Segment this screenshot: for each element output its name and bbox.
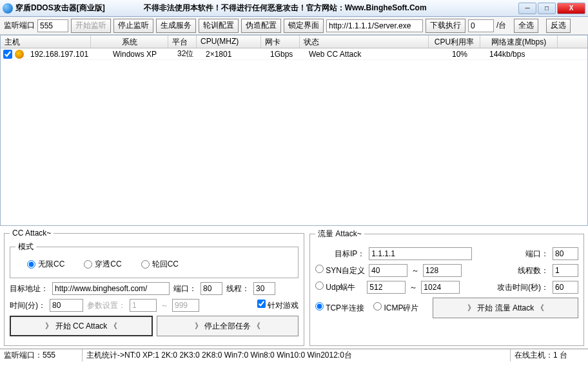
col-stat[interactable]: 状态	[300, 36, 429, 48]
atime-input[interactable]	[553, 281, 578, 294]
cc-time-label: 时间(分)：	[10, 300, 46, 311]
col-sys[interactable]: 系统	[91, 36, 168, 48]
syn2-input[interactable]	[423, 264, 462, 277]
udp-radio[interactable]: Udp蜗牛	[315, 281, 355, 293]
icmp-radio[interactable]: ICMP碎片	[373, 302, 418, 314]
cell-speed: 144kb/bps	[485, 49, 563, 59]
mode-unlimited[interactable]: 无限CC	[27, 259, 64, 270]
gen-service-button[interactable]: 生成服务	[156, 19, 196, 33]
listen-port-input[interactable]	[37, 19, 68, 32]
status-mid: 主机统计->NT:0 XP:1 2K:0 2K3:0 2K8:0 Win7:0 …	[83, 349, 511, 362]
host-icon	[15, 50, 24, 59]
col-plat[interactable]: 平台	[168, 36, 197, 48]
col-cpu[interactable]: CPU(MHZ)	[197, 36, 261, 48]
tcp-radio[interactable]: TCP半连接	[315, 302, 364, 314]
fake-config-button[interactable]: 伪造配置	[241, 19, 281, 33]
udp2-input[interactable]	[421, 281, 460, 294]
stop-all-button[interactable]: 》 停止全部任务 《	[157, 316, 299, 336]
cell-nic: 1Gbps	[266, 49, 305, 59]
train-config-button[interactable]: 轮训配置	[199, 19, 239, 33]
game-checkbox[interactable]	[257, 300, 266, 308]
cc-port-input[interactable]	[201, 282, 222, 295]
tilde2: ～	[411, 265, 419, 276]
param1-input[interactable]	[130, 299, 157, 312]
listen-port-label: 监听端口	[4, 20, 35, 31]
mode-rotate[interactable]: 轮回CC	[141, 259, 179, 270]
atime-label: 攻击时间(秒)：	[497, 282, 549, 293]
table-row[interactable]: 192.168.197.101 Windows XP 32位 2×1801 1G…	[1, 48, 587, 60]
invert-select-button[interactable]: 反选	[546, 19, 571, 33]
tilde: ～	[161, 300, 168, 311]
cell-plat: 32位	[173, 48, 202, 60]
cc-legend: CC Attack~	[10, 229, 54, 238]
cell-sys: Windows XP	[96, 49, 173, 59]
start-cc-button[interactable]: 》 开始 CC Attack 《	[10, 316, 153, 336]
syn-radio[interactable]: SYN自定义	[315, 265, 365, 276]
ip-input[interactable]	[369, 247, 472, 260]
count-input[interactable]	[468, 19, 494, 32]
param-label: 参数设置：	[87, 300, 126, 311]
app-icon	[3, 3, 13, 14]
target-input[interactable]	[52, 282, 170, 295]
syn1-input[interactable]	[369, 264, 407, 277]
select-all-button[interactable]: 全选	[514, 19, 538, 33]
col-nic[interactable]: 网卡	[261, 36, 300, 48]
unit-label: /台	[496, 20, 506, 31]
cc-thread-label: 线程：	[226, 283, 250, 294]
cell-cpu: 2×1801	[202, 49, 266, 59]
mode-legend: 模式	[15, 241, 36, 252]
cc-time-input[interactable]	[50, 299, 83, 312]
maximize-button[interactable]: □	[538, 3, 556, 14]
mode-fieldset: 模式 无限CC 穿透CC 轮回CC	[10, 241, 299, 278]
host-table: 主机 系统 平台 CPU(MHZ) 网卡 状态 CPU利用率 网络速度(Mbps…	[0, 35, 588, 226]
col-speed[interactable]: 网络速度(Mbps)	[480, 36, 558, 48]
flow-port-input[interactable]	[553, 247, 578, 260]
cell-stat: Web CC Attack	[305, 49, 434, 59]
cell-host: 192.168.197.101	[26, 49, 96, 59]
stop-listen-button[interactable]: 停止监听	[113, 19, 153, 33]
status-left: 监听端口：555	[0, 349, 83, 362]
mode-penetrate[interactable]: 穿透CC	[84, 259, 121, 270]
status-bar: 监听端口：555 主机统计->NT:0 XP:1 2K:0 2K3:0 2K8:…	[0, 349, 588, 362]
start-flow-button[interactable]: 》 开始 流量 Attack 《	[433, 298, 578, 318]
minimize-button[interactable]: ─	[518, 3, 536, 14]
start-listen-button[interactable]: 开始监听	[71, 19, 111, 33]
flow-legend: 流量 Attack~	[315, 229, 364, 239]
lock-ui-button[interactable]: 锁定界面	[284, 19, 324, 33]
notice-text: 不得非法使用本软件！不得进行任何恶意攻击！官方网站：Www.BingheSoft…	[144, 3, 427, 14]
cc-port-label: 端口：	[173, 283, 197, 294]
cc-attack-panel: CC Attack~ 模式 无限CC 穿透CC 轮回CC 目标地址： 端口： 线…	[4, 229, 304, 346]
threads-input[interactable]	[553, 264, 578, 277]
target-label: 目标地址：	[10, 283, 48, 294]
col-host[interactable]: 主机	[1, 36, 91, 48]
window-title: 穿盾DDOS攻击器[商业版]	[15, 3, 105, 14]
cc-thread-input[interactable]	[253, 282, 275, 295]
url-input[interactable]	[326, 19, 423, 32]
flow-port-label: 端口：	[525, 249, 549, 260]
col-util[interactable]: CPU利用率	[429, 36, 480, 48]
close-button[interactable]: X	[557, 3, 585, 14]
flow-attack-panel: 流量 Attack~ 目标IP： 端口： SYN自定义 ～ 线程数： Udp蜗牛…	[309, 229, 584, 346]
threads-label: 线程数：	[518, 265, 549, 276]
cell-util: 10%	[434, 49, 485, 59]
udp1-input[interactable]	[367, 281, 406, 294]
row-checkbox[interactable]	[3, 50, 12, 59]
toolbar: 监听端口 开始监听 停止监听 生成服务 轮训配置 伪造配置 锁定界面 下载执行 …	[0, 17, 588, 35]
game-checkbox-label[interactable]: 针对游戏	[257, 300, 299, 311]
download-exec-button[interactable]: 下载执行	[426, 19, 466, 33]
titlebar: 穿盾DDOS攻击器[商业版] 不得非法使用本软件！不得进行任何恶意攻击！官方网站…	[0, 0, 588, 17]
table-header: 主机 系统 平台 CPU(MHZ) 网卡 状态 CPU利用率 网络速度(Mbps…	[1, 36, 587, 48]
tilde3: ～	[409, 282, 417, 293]
status-right: 在线主机：1 台	[511, 349, 588, 362]
ip-label: 目标IP：	[335, 249, 365, 260]
param2-input[interactable]	[172, 299, 199, 312]
